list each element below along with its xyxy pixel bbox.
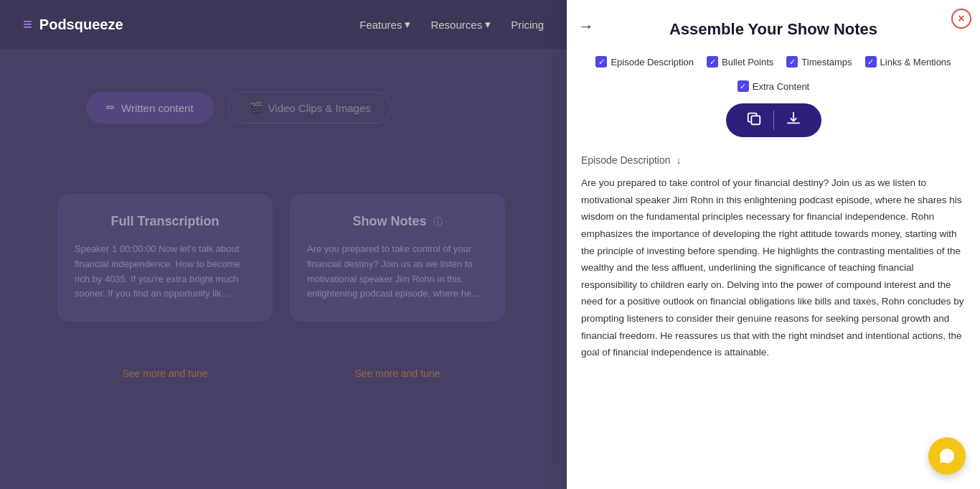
nav-features[interactable]: Features ▾ <box>359 18 410 31</box>
section-header: Episode Description ↓ <box>581 149 966 166</box>
checkbox-links-mentions[interactable]: ✓ Links & Mentions <box>865 56 951 67</box>
section-arrow-icon: ↓ <box>677 154 682 166</box>
copy-button[interactable] <box>746 111 774 130</box>
nav-pricing[interactable]: Pricing <box>511 19 544 31</box>
action-bar <box>567 103 980 137</box>
checkbox-bullet-points-box[interactable]: ✓ <box>707 56 718 67</box>
logo-text: Podsqueeze <box>39 17 123 33</box>
checkbox-timestamps-box[interactable]: ✓ <box>786 56 798 67</box>
check-icon: ✓ <box>867 57 874 67</box>
panel-title: Assemble Your Show Notes <box>584 20 963 39</box>
content-scroll[interactable]: Episode Description ↓ Are you prepared t… <box>567 149 980 489</box>
show-notes-panel: → × Assemble Your Show Notes ✓ Episode D… <box>567 0 980 489</box>
overlay <box>0 0 567 489</box>
close-button[interactable]: × <box>951 9 971 29</box>
section-label: Episode Description <box>581 154 671 166</box>
logo[interactable]: ≡ Podsqueeze <box>23 15 123 34</box>
checkbox-timestamps[interactable]: ✓ Timestamps <box>786 56 852 67</box>
chat-button[interactable] <box>928 437 966 475</box>
check-icon: ✓ <box>710 57 716 67</box>
check-icon: ✓ <box>789 57 796 67</box>
navbar: ≡ Podsqueeze Features ▾ Resources ▾ Pric… <box>0 0 567 49</box>
download-button[interactable] <box>774 111 801 130</box>
checkbox-extra-content[interactable]: ✓ Extra Content <box>738 80 810 92</box>
chevron-down-icon: ▾ <box>405 18 410 31</box>
checkboxes-row: ✓ Episode Description ✓ Bullet Points ✓ … <box>567 50 980 103</box>
svg-rect-0 <box>751 116 760 124</box>
back-arrow[interactable]: → <box>578 17 594 36</box>
chevron-down-icon: ▾ <box>485 18 491 31</box>
checkbox-bullet-points[interactable]: ✓ Bullet Points <box>707 56 773 67</box>
description-text: Are you prepared to take control of your… <box>581 174 966 361</box>
check-icon: ✓ <box>598 57 605 67</box>
checkbox-extra-content-box[interactable]: ✓ <box>738 80 749 92</box>
nav-links: Features ▾ Resources ▾ Pricing <box>359 18 544 31</box>
action-button-group[interactable] <box>726 103 821 137</box>
checkbox-episode-description-box[interactable]: ✓ <box>595 56 607 67</box>
check-icon: ✓ <box>740 82 746 91</box>
checkbox-episode-description[interactable]: ✓ Episode Description <box>595 56 694 67</box>
panel-header: Assemble Your Show Notes <box>567 0 980 50</box>
nav-resources[interactable]: Resources ▾ <box>430 18 491 31</box>
logo-icon: ≡ <box>23 15 32 34</box>
checkbox-links-mentions-box[interactable]: ✓ <box>865 56 877 67</box>
